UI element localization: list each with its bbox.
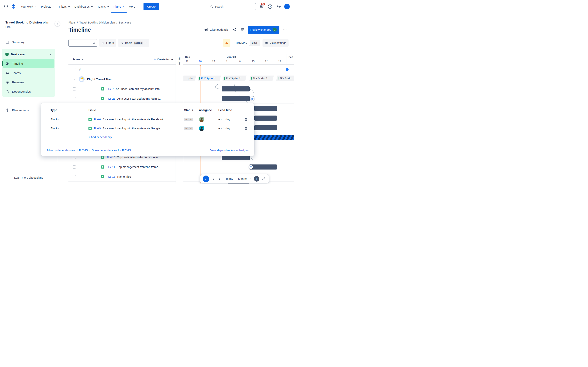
- nav-your-work[interactable]: Your work: [19, 0, 39, 13]
- sprint-chip-fly-sprint-4[interactable]: FLY Sprin: [276, 75, 294, 81]
- timeline-bar-fly-7[interactable]: [222, 86, 250, 92]
- nav-plans[interactable]: Plans: [112, 0, 127, 13]
- share-button[interactable]: [231, 27, 238, 33]
- nav-teams[interactable]: Teams: [95, 0, 112, 13]
- info-button[interactable]: i: [254, 176, 259, 182]
- date-tick: 8: [239, 60, 241, 63]
- sidebar-collapse-button[interactable]: [55, 21, 60, 26]
- sprint-chip-fly-sprint-2[interactable]: FLY Sprint 2: [223, 75, 247, 81]
- jira-logo[interactable]: [11, 4, 16, 9]
- breadcrumb-plans[interactable]: Plans: [69, 21, 76, 24]
- issue-key-link[interactable]: FLY-16: [107, 156, 115, 159]
- filters-button[interactable]: Filters: [99, 39, 116, 47]
- chevron-down-icon[interactable]: [73, 78, 76, 81]
- nav-projects[interactable]: Projects: [39, 0, 57, 13]
- show-dependencies-link[interactable]: Show dependencies for FLY-25: [92, 149, 131, 152]
- view-dependencies-as-badges-link[interactable]: View dependencies as badges: [210, 149, 249, 152]
- timeline-bar-striped[interactable]: [254, 135, 294, 140]
- sidebar-item-summary[interactable]: Summary: [2, 38, 55, 46]
- sidebar-item-releases[interactable]: Releases: [3, 78, 54, 87]
- sprint-chip-past[interactable]: ...print: [183, 75, 196, 81]
- give-feedback-button[interactable]: Give feedback: [203, 26, 229, 33]
- dependency-link-badge[interactable]: [250, 97, 255, 101]
- row-checkbox[interactable]: [73, 68, 76, 71]
- schedule-view-button[interactable]: [240, 27, 246, 33]
- settings-button[interactable]: [276, 3, 282, 10]
- release-marker-dot[interactable]: [286, 68, 289, 71]
- sidebar-item-dependencies[interactable]: Dependencies: [3, 87, 54, 96]
- today-button[interactable]: Today: [224, 176, 235, 182]
- sidebar-item-timeline[interactable]: Timeline: [3, 59, 54, 68]
- create-issue-button[interactable]: + Create issue: [154, 58, 173, 61]
- filter-by-dependencies-link[interactable]: Filter by dependencies of FLY-25: [47, 149, 88, 152]
- breadcrumb-separator: /: [116, 21, 117, 24]
- more-actions-button[interactable]: ⋯: [281, 27, 289, 33]
- scenario-selector[interactable]: Best case: [3, 50, 54, 59]
- row-checkbox[interactable]: [73, 156, 76, 159]
- dependency-link-badge[interactable]: [249, 165, 253, 169]
- row-checkbox[interactable]: [73, 87, 76, 91]
- share-icon: [233, 28, 236, 32]
- row-number-header: #: [79, 68, 81, 71]
- board-search-input[interactable]: [70, 41, 92, 44]
- timeline-toggle[interactable]: TIMELINE: [233, 40, 250, 46]
- issue-key-link[interactable]: FLY-25: [107, 97, 115, 100]
- view-settings-button[interactable]: View settings: [262, 39, 289, 47]
- app-switcher-button[interactable]: [3, 4, 9, 9]
- timeline-bar[interactable]: [254, 116, 277, 121]
- global-search-input[interactable]: [215, 5, 253, 8]
- timeline-bar-fly-16[interactable]: [222, 155, 250, 160]
- avatar-image: [199, 126, 204, 131]
- warning-icon: [225, 41, 229, 45]
- issue-key-link[interactable]: FLY-11: [107, 166, 115, 168]
- timeline-bar-fly-11[interactable]: [249, 165, 277, 169]
- delete-dependency-button[interactable]: [244, 117, 248, 122]
- assignee-avatar[interactable]: [199, 117, 218, 122]
- breadcrumb-scenario[interactable]: Best case: [119, 21, 131, 24]
- timeline-bar-fly-25[interactable]: [222, 96, 250, 101]
- review-changes-button[interactable]: Review changes 2: [248, 26, 279, 33]
- nav-more[interactable]: More: [127, 0, 141, 13]
- add-dependency-link[interactable]: + Add dependency: [88, 135, 112, 139]
- sidebar-item-teams[interactable]: Teams: [3, 68, 54, 77]
- timeline-bar[interactable]: [254, 125, 277, 130]
- teams-icon: [5, 71, 9, 75]
- row-checkbox[interactable]: [73, 97, 76, 100]
- team-name: Flight Travel Team: [87, 77, 113, 81]
- issue-key-link[interactable]: FLY-6: [94, 118, 101, 121]
- row-checkbox[interactable]: [73, 166, 76, 168]
- sprint-state-tick: [199, 77, 200, 80]
- breadcrumb-plan-name[interactable]: Travel Booking Division plan: [79, 21, 115, 24]
- expand-panel-button[interactable]: [203, 175, 209, 182]
- create-button[interactable]: Create: [144, 3, 159, 10]
- nav-dashboards[interactable]: Dashboards: [72, 0, 95, 13]
- zoom-level-dropdown[interactable]: Months: [236, 176, 253, 182]
- scroll-right-button[interactable]: [217, 176, 223, 182]
- delete-dependency-button[interactable]: [244, 126, 248, 131]
- sprint-chip-fly-sprint-1[interactable]: FLY Sprint 1: [198, 75, 221, 81]
- scroll-left-button[interactable]: [210, 176, 216, 182]
- nav-filters[interactable]: Filters: [57, 0, 72, 13]
- board-search[interactable]: [69, 39, 97, 47]
- notifications-button[interactable]: 9+: [258, 3, 264, 10]
- row-checkbox[interactable]: [73, 175, 76, 178]
- issue-key-link[interactable]: FLY-13: [107, 175, 115, 178]
- fullscreen-button[interactable]: [260, 176, 266, 182]
- breadcrumb-separator: /: [77, 21, 78, 24]
- list-toggle[interactable]: LIST: [250, 40, 260, 46]
- view-mode-button[interactable]: Basic EDITED: [118, 39, 149, 47]
- issue-key-link[interactable]: FLY-7: [107, 87, 114, 91]
- help-button[interactable]: ?: [267, 3, 273, 10]
- issue-summary: As I user I can edit my account info: [116, 87, 160, 91]
- view-mode-icon: [120, 41, 123, 44]
- issue-key-link[interactable]: FLY-9: [94, 127, 101, 130]
- user-avatar[interactable]: CJ: [284, 4, 290, 9]
- calendar-plus-icon: [241, 28, 245, 32]
- learn-more-link[interactable]: Learn more about plans: [0, 176, 57, 179]
- timeline-bar[interactable]: [254, 106, 277, 111]
- issue-column-header[interactable]: Issue: [73, 58, 84, 61]
- assignee-avatar[interactable]: [199, 126, 218, 131]
- global-search[interactable]: [208, 3, 256, 10]
- sprint-chip-fly-sprint-3[interactable]: FLY Sprint 3: [249, 75, 274, 81]
- warnings-button[interactable]: [223, 39, 230, 47]
